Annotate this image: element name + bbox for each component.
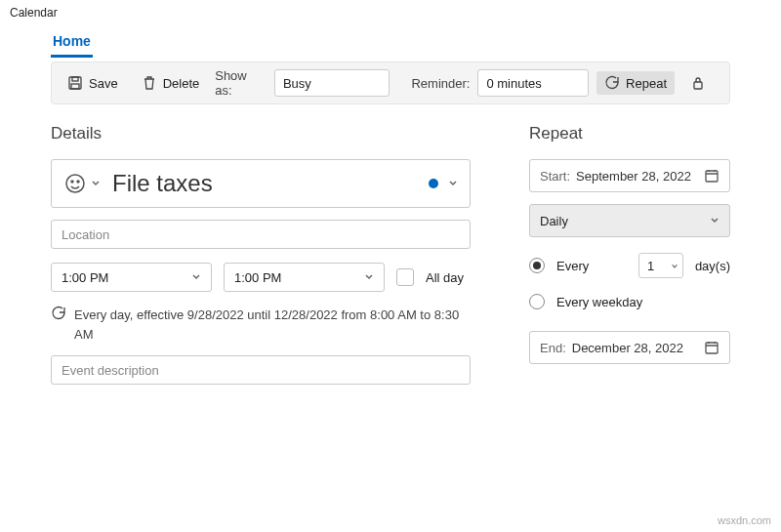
delete-button[interactable]: Delete	[134, 71, 208, 95]
description-input[interactable]: Event description	[51, 355, 471, 385]
chevron-down-icon	[364, 270, 374, 285]
chevron-down-icon	[91, 177, 101, 191]
reminder-label: Reminder:	[411, 76, 470, 91]
lock-icon	[690, 75, 706, 91]
svg-point-4	[66, 175, 84, 192]
start-time-select[interactable]: 1:00 PM	[51, 263, 212, 292]
weekday-radio[interactable]	[529, 294, 545, 309]
content-area: Details Location 1:00 PM	[0, 104, 781, 385]
delete-label: Delete	[163, 76, 200, 91]
private-button[interactable]	[682, 71, 714, 95]
save-icon	[67, 75, 83, 91]
category-chevron-icon[interactable]	[448, 177, 458, 191]
every-count-value: 1	[647, 259, 654, 273]
chevron-down-icon	[191, 270, 201, 285]
all-day-checkbox[interactable]	[396, 268, 414, 286]
time-row: 1:00 PM 1:00 PM All day	[51, 263, 471, 292]
repeat-icon	[604, 75, 620, 91]
svg-rect-2	[71, 84, 79, 89]
location-input[interactable]: Location	[51, 220, 471, 249]
repeat-button[interactable]: Repeat	[596, 71, 675, 95]
repeat-start-field[interactable]: Start: September 28, 2022	[529, 159, 730, 192]
reminder-value: 0 minutes	[486, 76, 541, 91]
tab-bar: Home	[0, 25, 781, 58]
end-time-value: 1:00 PM	[234, 270, 281, 285]
svg-rect-1	[72, 77, 78, 81]
event-title-input[interactable]	[110, 169, 419, 198]
repeat-start-label: Start:	[540, 169, 570, 184]
calendar-icon	[704, 168, 719, 184]
svg-point-5	[71, 181, 73, 183]
reminder-select[interactable]: 0 minutes	[477, 69, 589, 97]
every-count-input[interactable]: 1	[638, 253, 683, 278]
smiley-icon	[63, 172, 87, 195]
every-label: Every	[556, 259, 589, 273]
svg-point-6	[77, 181, 79, 183]
calendar-icon	[704, 340, 719, 355]
svg-rect-3	[694, 82, 702, 89]
start-time-value: 1:00 PM	[62, 270, 108, 285]
end-time-select[interactable]: 1:00 PM	[224, 263, 385, 292]
every-n-days-row: Every 1 day(s)	[529, 253, 730, 278]
showas-label: Show as:	[215, 68, 267, 98]
repeat-label: Repeat	[626, 76, 667, 91]
repeat-end-label: End:	[540, 341, 566, 355]
every-unit-label: day(s)	[695, 259, 730, 273]
save-button[interactable]: Save	[60, 71, 126, 95]
details-panel: Details Location 1:00 PM	[51, 124, 471, 385]
recurrence-text: Every day, effective 9/28/2022 until 12/…	[74, 306, 471, 344]
every-weekday-row: Every weekday	[529, 294, 730, 309]
frequency-value: Daily	[540, 214, 568, 228]
category-dot[interactable]	[429, 179, 438, 188]
chevron-down-icon	[710, 214, 719, 228]
showas-select[interactable]: Busy	[274, 69, 390, 97]
every-radio[interactable]	[529, 258, 545, 273]
tab-home[interactable]: Home	[51, 25, 93, 58]
all-day-label: All day	[426, 270, 464, 285]
details-heading: Details	[51, 124, 471, 143]
chevron-down-icon	[671, 259, 678, 273]
window-title: Calendar	[0, 0, 781, 25]
watermark: wsxdn.com	[718, 514, 771, 526]
showas-value: Busy	[283, 76, 311, 91]
toolbar: Save Delete Show as: Busy Reminder: 0 mi…	[51, 61, 730, 104]
repeat-icon	[51, 306, 66, 321]
repeat-end-value: December 28, 2022	[572, 341, 698, 355]
save-label: Save	[89, 76, 118, 91]
location-placeholder: Location	[62, 227, 109, 242]
repeat-panel: Repeat Start: September 28, 2022 Daily E…	[529, 124, 730, 385]
svg-rect-8	[706, 343, 718, 353]
emoji-button[interactable]	[63, 172, 101, 195]
trash-icon	[142, 75, 157, 91]
repeat-end-field[interactable]: End: December 28, 2022	[529, 331, 730, 364]
repeat-start-value: September 28, 2022	[576, 169, 698, 184]
event-title-box	[51, 159, 471, 208]
svg-rect-7	[706, 171, 718, 182]
weekday-label: Every weekday	[556, 295, 642, 309]
repeat-heading: Repeat	[529, 124, 730, 143]
recurrence-summary: Every day, effective 9/28/2022 until 12/…	[51, 306, 471, 344]
description-placeholder: Event description	[62, 363, 159, 378]
frequency-select[interactable]: Daily	[529, 204, 730, 237]
